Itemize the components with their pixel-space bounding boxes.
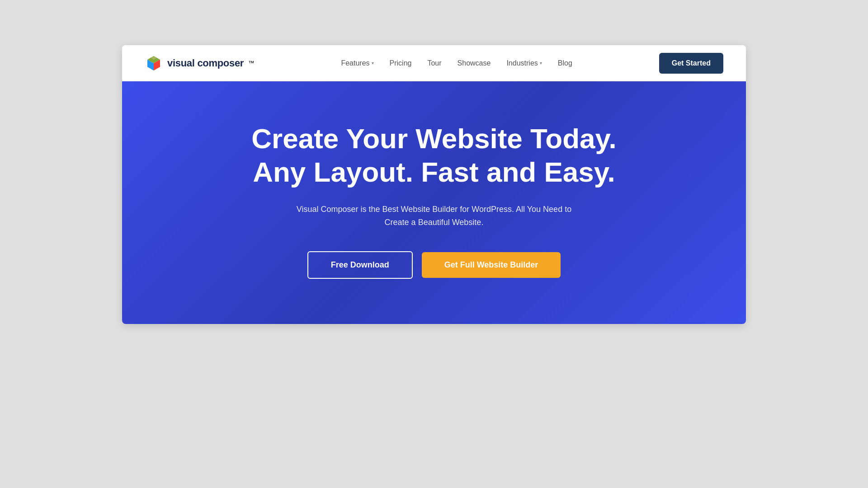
nav-item-features[interactable]: Features ▾ <box>341 59 373 67</box>
nav-link-features[interactable]: Features ▾ <box>341 59 373 67</box>
hero-section: Create Your Website Today. Any Layout. F… <box>122 81 746 324</box>
hero-subtitle: Visual Composer is the Best Website Buil… <box>287 203 581 229</box>
logo-area[interactable]: visual composer™ <box>145 54 254 72</box>
free-download-button[interactable]: Free Download <box>307 251 413 279</box>
nav-item-blog[interactable]: Blog <box>558 59 572 67</box>
nav-link-pricing[interactable]: Pricing <box>390 59 412 67</box>
nav-item-pricing[interactable]: Pricing <box>390 59 412 67</box>
logo-text: visual composer <box>167 57 244 69</box>
hero-buttons: Free Download Get Full Website Builder <box>307 251 561 279</box>
nav-links: Features ▾ Pricing Tour Showcase <box>341 59 572 67</box>
hero-title: Create Your Website Today. Any Layout. F… <box>251 122 616 189</box>
nav-item-showcase[interactable]: Showcase <box>458 59 491 67</box>
nav-link-tour[interactable]: Tour <box>427 59 441 67</box>
nav-item-tour[interactable]: Tour <box>427 59 441 67</box>
browser-window: visual composer™ Features ▾ Pricing Tour <box>122 45 746 324</box>
logo-icon <box>145 54 163 72</box>
nav-item-industries[interactable]: Industries ▾ <box>506 59 542 67</box>
nav-link-blog[interactable]: Blog <box>558 59 572 67</box>
nav-link-industries[interactable]: Industries ▾ <box>506 59 542 67</box>
logo-trademark: ™ <box>248 60 254 66</box>
navbar: visual composer™ Features ▾ Pricing Tour <box>122 45 746 81</box>
industries-chevron-icon: ▾ <box>540 61 542 66</box>
features-chevron-icon: ▾ <box>372 61 374 66</box>
get-started-button[interactable]: Get Started <box>659 53 723 74</box>
nav-link-showcase[interactable]: Showcase <box>458 59 491 67</box>
get-full-website-builder-button[interactable]: Get Full Website Builder <box>422 252 561 278</box>
